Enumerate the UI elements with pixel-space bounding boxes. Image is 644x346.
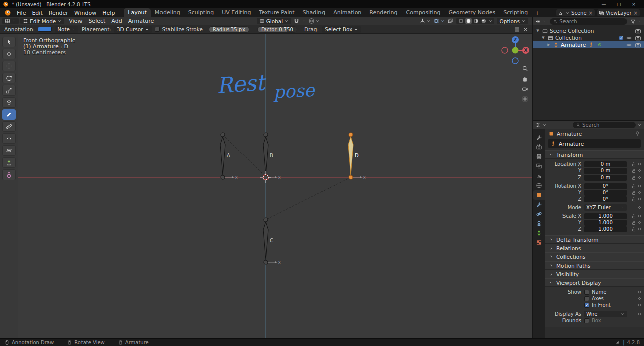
hide-eye-icon[interactable]: [626, 35, 632, 41]
add-workspace-button[interactable]: +: [532, 10, 542, 16]
disable-render-camera-icon[interactable]: [635, 35, 641, 41]
checkbox-name[interactable]: Name: [584, 289, 627, 295]
workspace-tab-texture-paint[interactable]: Texture Paint: [255, 8, 299, 17]
tool-annotate[interactable]: [2, 109, 16, 120]
proportional-edit-toggle[interactable]: [308, 18, 320, 24]
lock-open-icon[interactable]: [631, 175, 636, 180]
animate-dot[interactable]: [638, 163, 641, 165]
viewport-grid-button[interactable]: [521, 95, 529, 103]
disable-render-camera-icon[interactable]: [635, 28, 641, 34]
tool-roll[interactable]: [2, 133, 16, 144]
show-gizmo-toggle[interactable]: [419, 18, 431, 24]
properties-tab-texture[interactable]: [533, 238, 545, 247]
bone-A[interactable]: xA: [220, 133, 238, 180]
animate-dot[interactable]: [638, 313, 641, 315]
tool-select-box[interactable]: [2, 37, 16, 47]
menu-edit[interactable]: Edit: [29, 9, 45, 17]
shading-solid-button[interactable]: [465, 18, 472, 24]
animate-dot[interactable]: [638, 297, 641, 300]
tool-rotate[interactable]: [2, 73, 16, 83]
checkbox-in-front[interactable]: In Front: [584, 302, 627, 308]
menu-window[interactable]: Window: [71, 9, 99, 17]
properties-tab-scene[interactable]: [533, 171, 545, 181]
checkbox-bounds[interactable]: Box: [584, 318, 627, 323]
workspace-tab-scripting[interactable]: Scripting: [499, 8, 532, 17]
number-field-scale-x[interactable]: 1.000: [584, 213, 627, 219]
outliner-row-armature[interactable]: ▶ Armature: [533, 41, 644, 48]
hide-eye-icon[interactable]: [626, 42, 632, 48]
properties-tab-render[interactable]: [533, 142, 545, 152]
outliner-row-collection[interactable]: ▼ Collection: [533, 34, 644, 41]
pin-icon[interactable]: [634, 131, 640, 137]
disable-render-camera-icon[interactable]: [635, 42, 641, 48]
lock-open-icon[interactable]: [631, 190, 636, 195]
placement-dropdown[interactable]: 3D Cursor: [114, 26, 152, 33]
number-field-location-x[interactable]: 0 m: [584, 161, 627, 167]
bone-B-base-joint[interactable]: [264, 175, 268, 179]
chevron-down-icon[interactable]: [488, 19, 493, 23]
options-dropdown[interactable]: Options: [497, 18, 528, 24]
viewport-menu-select[interactable]: Select: [85, 17, 108, 25]
properties-tab-constraints[interactable]: [533, 219, 545, 228]
workspace-tab-shading[interactable]: Shading: [299, 8, 330, 17]
lock-open-icon[interactable]: [631, 184, 636, 189]
workspace-tab-animation[interactable]: Animation: [329, 8, 365, 17]
properties-tab-output[interactable]: [533, 152, 545, 161]
viewport-3d[interactable]: xAxBxDxCRestpose Front Orthographic (1) …: [18, 34, 532, 338]
blender-app-menu-icon[interactable]: [4, 9, 11, 16]
factor-slider[interactable]: Factor 0.750: [257, 26, 297, 33]
animate-dot[interactable]: [638, 176, 641, 179]
properties-tab-world[interactable]: [533, 181, 545, 190]
expander-icon[interactable]: ▼: [535, 29, 540, 33]
tool-settings-display-icon[interactable]: [514, 27, 520, 32]
tool-move[interactable]: [2, 61, 16, 71]
panel-delta-transform[interactable]: Delta Transform: [545, 235, 644, 244]
workspace-tab-rendering[interactable]: Rendering: [365, 8, 401, 17]
maximize-button[interactable]: □: [611, 2, 626, 7]
snap-settings-dropdown[interactable]: [302, 19, 306, 23]
chevron-down-icon[interactable]: [637, 19, 642, 24]
animate-dot[interactable]: [638, 215, 641, 217]
chevron-down-icon[interactable]: [637, 123, 642, 127]
workspace-tab-layout[interactable]: Layout: [124, 8, 150, 17]
panel-visibility[interactable]: Visibility: [545, 270, 644, 278]
xray-toggle[interactable]: [447, 18, 454, 24]
properties-tab-viewlayer[interactable]: [533, 161, 545, 171]
lock-open-icon[interactable]: [631, 197, 636, 202]
viewport-camera-button[interactable]: [521, 84, 529, 93]
lock-open-icon[interactable]: [631, 214, 636, 219]
number-field-z[interactable]: 0 m: [584, 175, 627, 181]
tool-cursor[interactable]: [2, 49, 16, 59]
outliner-row-scene-collection[interactable]: ▼ Scene Collection: [533, 27, 644, 34]
mode-dropdown[interactable]: Edit Mode: [20, 18, 64, 24]
stabilize-checkbox[interactable]: [155, 27, 160, 32]
bone-D-base-joint[interactable]: [349, 175, 353, 179]
outliner-search-input[interactable]: [559, 19, 624, 24]
drag-dropdown[interactable]: Select Box: [322, 26, 361, 33]
panel-viewport-display[interactable]: Viewport Display: [545, 278, 644, 287]
annotation-layer-dropdown[interactable]: Note: [55, 26, 78, 33]
minimize-button[interactable]: —: [596, 2, 611, 7]
gizmo-y-axis[interactable]: [512, 47, 519, 54]
animate-dot[interactable]: [638, 291, 641, 293]
expander-icon[interactable]: ▼: [541, 36, 546, 40]
bone-A-base-joint[interactable]: [221, 175, 225, 179]
properties-search[interactable]: [573, 122, 636, 128]
navigation-gizmo[interactable]: Z X: [500, 35, 530, 65]
gizmo-neg-x[interactable]: [502, 47, 508, 53]
viewport-menu-armature[interactable]: Armature: [125, 17, 157, 25]
animate-dot[interactable]: [638, 185, 641, 187]
animate-dot[interactable]: [638, 228, 641, 230]
shading-wireframe-button[interactable]: [458, 18, 464, 24]
panel-motion-paths[interactable]: Motion Paths: [545, 261, 644, 270]
properties-search-input[interactable]: [582, 122, 632, 128]
workspace-tab-geometry-nodes[interactable]: Geometry Nodes: [444, 8, 499, 17]
lock-open-icon[interactable]: [631, 227, 636, 232]
animate-dot[interactable]: [638, 206, 641, 209]
outliner-editor-icon[interactable]: [535, 19, 541, 24]
chevron-down-icon[interactable]: [542, 19, 547, 24]
bone-C-tip-joint[interactable]: [264, 218, 268, 222]
bone-D[interactable]: xD: [348, 133, 366, 180]
bone-C[interactable]: xC: [263, 218, 281, 265]
viewport-menu-add[interactable]: Add: [108, 17, 125, 25]
